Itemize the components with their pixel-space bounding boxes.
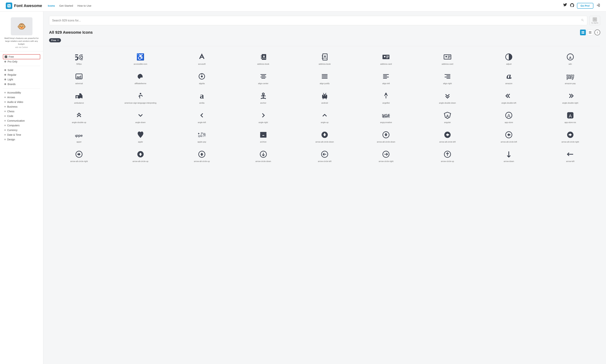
icon-item[interactable]: align-center bbox=[233, 68, 293, 87]
icon-item[interactable]: apper apper bbox=[49, 127, 109, 145]
icon-item[interactable]: arrow-alt-circle-down bbox=[295, 127, 355, 145]
cat-communication[interactable]: Communication bbox=[0, 118, 43, 123]
style-brands[interactable]: Brands bbox=[3, 82, 40, 87]
icon-item[interactable]: ambulance bbox=[49, 88, 109, 106]
icon-item[interactable]: ♿accessible-icon bbox=[110, 49, 170, 67]
icon-item[interactable]: align-justify bbox=[295, 68, 355, 87]
icon-item[interactable]: amazonpay amazon-pay bbox=[540, 68, 600, 87]
ad-link[interactable]: ads via Carbon bbox=[3, 46, 40, 48]
icon-item[interactable]: A app-store bbox=[479, 107, 539, 125]
icon-item[interactable]: address-book bbox=[295, 49, 355, 67]
go-pro-button[interactable]: Go Pro! bbox=[577, 3, 593, 9]
icon-item[interactable]: apple bbox=[110, 127, 170, 145]
svg-point-74 bbox=[325, 93, 326, 93]
icon-item[interactable]: address-card bbox=[356, 49, 416, 67]
icon-item[interactable]: arrow-alt-circle-down bbox=[356, 127, 416, 145]
icon-item[interactable]: align-left bbox=[356, 68, 416, 87]
grid-view-button[interactable] bbox=[580, 29, 586, 35]
icon-name: affiliatetheme bbox=[135, 82, 146, 85]
list-view-button[interactable] bbox=[587, 29, 593, 35]
icon-item[interactable]: arrow-circle-down bbox=[233, 146, 293, 164]
icon-item[interactable]: A angular bbox=[417, 107, 477, 125]
cat-arrows[interactable]: Arrows bbox=[0, 95, 43, 100]
cat-chess[interactable]: Chess bbox=[0, 109, 43, 114]
icon-name: angle-double-right bbox=[562, 102, 578, 104]
icon-item[interactable]: arrow-left bbox=[540, 146, 600, 164]
icon-item[interactable]: accusoft bbox=[172, 49, 232, 67]
style-solid[interactable]: Solid bbox=[3, 68, 40, 72]
cat-dot bbox=[4, 120, 6, 121]
icon-name: american-sign-language-interpreting bbox=[124, 102, 156, 104]
icon-symbol: A bbox=[444, 111, 451, 120]
icon-item[interactable]: angle-double-up bbox=[49, 107, 109, 125]
filter-pro[interactable]: Pro Only bbox=[3, 59, 40, 64]
icon-item[interactable]: angle-right bbox=[233, 107, 293, 125]
icon-item[interactable]: ad adversal bbox=[49, 68, 109, 87]
icon-item[interactable]: arrow-alt-circle-up bbox=[172, 146, 232, 164]
cat-computers[interactable]: Computers bbox=[0, 123, 43, 128]
sidebar-ad: 🐵 MailChimp's features are powerful for … bbox=[0, 15, 43, 51]
cat-datetime[interactable]: Date & Time bbox=[0, 132, 43, 137]
icon-name: algolia bbox=[199, 82, 205, 85]
search-icon[interactable] bbox=[581, 19, 584, 23]
icon-item[interactable]: ✦ PayApple Pay apple-pay bbox=[172, 127, 232, 145]
icon-item[interactable]: affiliatetheme bbox=[110, 68, 170, 87]
icon-item[interactable]: arrow-alt-circle-left bbox=[479, 127, 539, 145]
nav-icons[interactable]: Icons bbox=[48, 4, 55, 7]
icon-item[interactable]: arrow-alt-circle-right bbox=[49, 146, 109, 164]
icon-item[interactable]: arrow-alt-circle-right bbox=[540, 127, 600, 145]
icon-item[interactable]: android bbox=[295, 88, 355, 106]
nav-how-to-use[interactable]: How to Use bbox=[77, 4, 92, 7]
cat-code[interactable]: Code bbox=[0, 114, 43, 118]
icon-item[interactable]: arrow-alt-circle-left bbox=[417, 127, 477, 145]
icon-item[interactable]: align-right bbox=[417, 68, 477, 87]
icon-item[interactable]: angle-down bbox=[110, 107, 170, 125]
svg-rect-4 bbox=[583, 31, 584, 32]
icon-item[interactable]: a amazon bbox=[479, 68, 539, 87]
cat-accessibility[interactable]: Accessibility bbox=[0, 90, 43, 95]
search-input[interactable] bbox=[52, 19, 581, 22]
login-icon[interactable] bbox=[596, 3, 600, 8]
icon-item[interactable]: a amilia bbox=[172, 88, 232, 106]
icon-item[interactable]: angle-double-down bbox=[417, 88, 477, 106]
badge-close[interactable]: ✕ bbox=[57, 39, 59, 41]
cat-audio-video[interactable]: Audio & Video bbox=[0, 100, 43, 104]
cat-design[interactable]: Design bbox=[0, 137, 43, 142]
icon-item[interactable]: address-book bbox=[233, 49, 293, 67]
icon-item[interactable]: adjust bbox=[479, 49, 539, 67]
icon-item[interactable]: arrow-circle-right bbox=[356, 146, 416, 164]
icon-item[interactable]: ANGRYCREATIVE angrycreative bbox=[356, 107, 416, 125]
icon-item[interactable]: angle-double-right bbox=[540, 88, 600, 106]
icon-item[interactable]: 5⓪ 500px bbox=[49, 49, 109, 67]
style-regular[interactable]: Regular bbox=[3, 72, 40, 77]
icon-item[interactable]: angle-up bbox=[295, 107, 355, 125]
icon-item[interactable]: american-sign-language-interpreting bbox=[110, 88, 170, 106]
icon-item[interactable]: A adn bbox=[540, 49, 600, 67]
icon-item[interactable]: arrow-alt-circle-up bbox=[110, 146, 170, 164]
info-button[interactable]: i bbox=[594, 29, 600, 35]
nav-get-started[interactable]: Get Started bbox=[59, 4, 73, 7]
cat-business[interactable]: Business bbox=[0, 104, 43, 109]
icon-item[interactable]: angle-left bbox=[172, 107, 232, 125]
icon-item[interactable]: arrow-circle-left bbox=[295, 146, 355, 164]
github-icon[interactable] bbox=[570, 3, 574, 8]
icon-item[interactable]: algolia bbox=[172, 68, 232, 87]
icon-item[interactable]: arrow-circle-up bbox=[417, 146, 477, 164]
svg-rect-9 bbox=[589, 33, 591, 34]
icon-item[interactable]: A app-store-ios bbox=[540, 107, 600, 125]
style-light[interactable]: Light bbox=[3, 77, 40, 82]
filter-free[interactable]: ✓ Free bbox=[3, 54, 40, 59]
algolia-label: by algolia bbox=[591, 22, 598, 24]
logo[interactable]: fa Font Awesome bbox=[6, 2, 42, 9]
free-badge[interactable]: Free ✕ bbox=[49, 38, 61, 42]
icon-item[interactable]: anchor bbox=[233, 88, 293, 106]
icon-item[interactable]: archive bbox=[233, 127, 293, 145]
icon-item[interactable]: arrow-down bbox=[479, 146, 539, 164]
icon-item[interactable]: address-card bbox=[417, 49, 477, 67]
search-box[interactable] bbox=[49, 16, 587, 25]
icon-item[interactable]: angellist bbox=[356, 88, 416, 106]
cat-currency[interactable]: Currency bbox=[0, 128, 43, 132]
icon-name: arrow-alt-circle-left bbox=[501, 141, 517, 143]
twitter-icon[interactable] bbox=[563, 3, 567, 8]
icon-item[interactable]: angle-double-left bbox=[479, 88, 539, 106]
